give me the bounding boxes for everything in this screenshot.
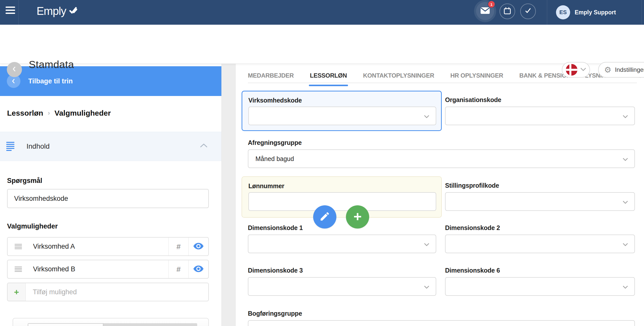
option-row: Virksomhed B #: [7, 260, 209, 279]
chevron-down-icon: [623, 200, 628, 205]
virksomhedskode-label: Virksomhedskode: [248, 97, 302, 104]
page-header: Stamdata ⚙ Indstillinger: [0, 25, 644, 64]
organisationskode-select[interactable]: [445, 107, 635, 125]
partial-segmented-control[interactable]: [28, 323, 197, 326]
add-option-row: +: [7, 283, 209, 301]
virksomhedskode-highlight-box: Virksomhedskode: [242, 91, 442, 131]
back-button[interactable]: [7, 62, 22, 77]
emply-logo[interactable]: Emply: [37, 5, 77, 18]
dimensionskode6-select[interactable]: [445, 277, 635, 296]
top-navbar: Emply 1 ES Emply Support: [0, 0, 644, 25]
chevron-left-icon: [11, 66, 18, 73]
notification-badge: 1: [488, 1, 495, 8]
chevron-down-icon: [623, 243, 628, 247]
chevron-down-icon: [424, 243, 429, 247]
scroll-gutter[interactable]: [222, 63, 236, 326]
dimensionskode2-label: Dimensionskode 2: [445, 224, 635, 231]
virksomhedskode-select[interactable]: [248, 107, 436, 125]
option-number-button[interactable]: #: [168, 260, 188, 278]
partial-panel: [13, 318, 209, 326]
tab-kontaktoplysninger[interactable]: KONTAKTOPLYSNINGER: [363, 72, 434, 80]
nav-divider: [547, 0, 547, 25]
pencil-icon: [319, 211, 330, 223]
stillingsprofilkode-label: Stillingsprofilkode: [445, 182, 635, 189]
dimensionskode6-label: Dimensionskode 6: [445, 267, 635, 274]
tab-hr-oplysninger[interactable]: HR OPLYSNINGER: [450, 72, 503, 80]
dimensionskode1-select[interactable]: [248, 235, 436, 253]
chevron-down-icon: [623, 285, 628, 290]
section-indhold-label: Indhold: [26, 142, 50, 150]
dimensionskode3-label: Dimensionskode 3: [248, 267, 436, 274]
logo-check-icon: [69, 6, 77, 16]
page-title: Stamdata: [29, 59, 74, 71]
tasks-button[interactable]: [520, 4, 536, 19]
eye-icon: [193, 243, 204, 251]
language-selector[interactable]: [562, 62, 590, 78]
user-name: Emply Support: [575, 9, 616, 16]
calendar-button[interactable]: [500, 4, 515, 19]
afregningsgruppe-value: Måned bagud: [248, 155, 294, 162]
chevron-down-icon: [623, 115, 628, 119]
option-label[interactable]: Virksomhed A: [33, 243, 168, 250]
main-panel: MEDARBEJDER LESSORLØN KONTAKTOPLYSNINGER…: [236, 63, 644, 326]
breadcrumb-item-valgmuligheder[interactable]: Valgmuligheder: [54, 109, 111, 117]
options-label: Valgmuligheder: [7, 222, 58, 230]
envelope-icon: [480, 7, 490, 15]
chevron-down-icon: [623, 157, 628, 162]
gear-icon: ⚙: [604, 66, 611, 74]
dimensionskode1-label: Dimensionskode 1: [248, 224, 436, 231]
drag-handle-icon[interactable]: [15, 267, 22, 272]
question-label: Spørgsmål: [7, 177, 42, 185]
mail-button[interactable]: 1: [476, 2, 494, 20]
option-label[interactable]: Virksomhed B: [33, 265, 168, 273]
option-number-button[interactable]: #: [168, 238, 188, 255]
avatar: ES: [556, 5, 570, 19]
hash-icon: #: [177, 265, 181, 274]
bogforingsgruppe-label: Bogføringsgruppe: [248, 310, 635, 317]
chevron-down-icon: [424, 285, 429, 290]
plus-icon: +: [14, 288, 19, 296]
option-visibility-button[interactable]: [188, 260, 208, 278]
edit-button[interactable]: [313, 205, 336, 229]
nav-divider: [641, 0, 642, 25]
hash-icon: #: [177, 242, 181, 251]
checkmark-icon: [524, 7, 532, 15]
sidebar-panel: Tilbage til trin Lessorløn › Valgmulighe…: [0, 63, 222, 326]
option-visibility-button[interactable]: [188, 238, 208, 255]
logo-text: Emply: [37, 5, 66, 18]
afregningsgruppe-label: Afregningsgruppe: [248, 139, 635, 146]
add-option-input[interactable]: [26, 283, 208, 301]
breadcrumb: Lessorløn › Valgmuligheder: [7, 109, 111, 117]
hamburger-menu-icon[interactable]: [6, 7, 16, 16]
afregningsgruppe-select[interactable]: Måned bagud: [248, 149, 635, 168]
stillingsprofilkode-select[interactable]: [445, 192, 635, 211]
dimensionskode2-select[interactable]: [445, 235, 635, 253]
back-to-step-label: Tilbage til trin: [28, 77, 73, 85]
tab-lessorlon[interactable]: LESSORLØN: [310, 72, 347, 80]
option-row: Virksomhed A #: [7, 237, 209, 256]
danish-flag-icon: [566, 64, 577, 76]
lonnummer-highlight-box: Lønnummer: [242, 176, 442, 218]
section-indhold-header[interactable]: Indhold: [0, 132, 221, 161]
settings-button[interactable]: ⚙ Indstillinger: [598, 62, 644, 78]
add-button[interactable]: +: [346, 205, 369, 229]
bogforingsgruppe-select[interactable]: [248, 320, 635, 326]
question-input[interactable]: [7, 189, 209, 208]
back-to-step-button[interactable]: Tilbage til trin: [0, 66, 221, 96]
drag-handle-icon[interactable]: [15, 244, 22, 249]
breadcrumb-item-lessorlon[interactable]: Lessorløn: [7, 109, 43, 117]
lonnummer-label: Lønnummer: [248, 182, 284, 189]
organisationskode-label: Organisationskode: [445, 96, 635, 103]
nav-divider: [18, 0, 19, 25]
lonnummer-input[interactable]: [248, 192, 436, 211]
add-option-button[interactable]: +: [8, 283, 26, 301]
user-menu[interactable]: ES Emply Support: [556, 0, 616, 25]
chevron-up-icon[interactable]: [200, 143, 208, 149]
plus-icon: +: [354, 209, 362, 223]
tab-medarbejder[interactable]: MEDARBEJDER: [248, 72, 294, 80]
chevron-down-icon: [580, 68, 586, 72]
chevron-down-icon: [424, 115, 429, 119]
eye-icon: [193, 265, 204, 273]
calendar-icon: [504, 7, 511, 16]
dimensionskode3-select[interactable]: [248, 277, 436, 296]
